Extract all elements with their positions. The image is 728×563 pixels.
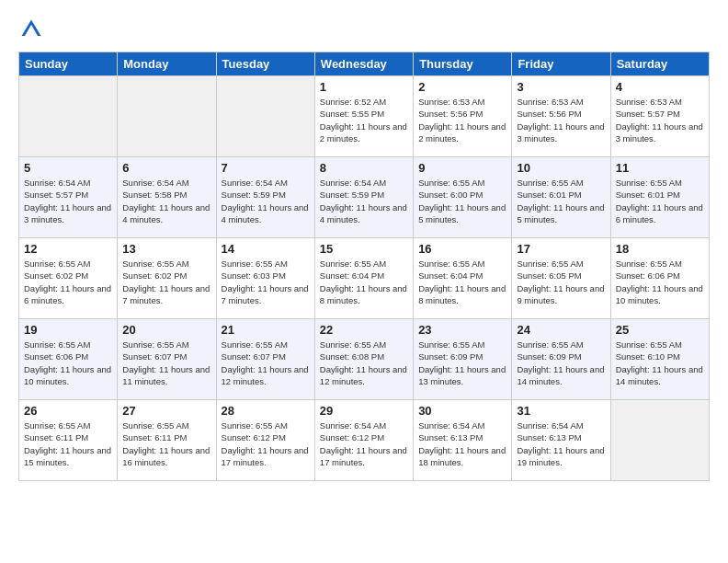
logo bbox=[18, 17, 48, 42]
day-info: Sunrise: 6:54 AM Sunset: 5:57 PM Dayligh… bbox=[24, 177, 112, 225]
calendar-cell: 9Sunrise: 6:55 AM Sunset: 6:00 PM Daylig… bbox=[414, 157, 512, 238]
day-info: Sunrise: 6:55 AM Sunset: 6:11 PM Dayligh… bbox=[122, 419, 210, 468]
day-number: 14 bbox=[222, 242, 310, 256]
day-info: Sunrise: 6:54 AM Sunset: 6:13 PM Dayligh… bbox=[418, 419, 506, 468]
calendar-cell: 15Sunrise: 6:55 AM Sunset: 6:04 PM Dayli… bbox=[314, 238, 413, 319]
calendar-cell: 12Sunrise: 6:55 AM Sunset: 6:02 PM Dayli… bbox=[19, 238, 118, 319]
calendar-cell: 30Sunrise: 6:54 AM Sunset: 6:13 PM Dayli… bbox=[414, 400, 512, 481]
day-info: Sunrise: 6:55 AM Sunset: 6:09 PM Dayligh… bbox=[517, 339, 605, 387]
day-number: 3 bbox=[517, 80, 605, 94]
day-info: Sunrise: 6:55 AM Sunset: 6:08 PM Dayligh… bbox=[320, 339, 408, 387]
day-number: 2 bbox=[418, 80, 506, 94]
day-info: Sunrise: 6:55 AM Sunset: 6:01 PM Dayligh… bbox=[517, 177, 605, 225]
calendar-cell: 19Sunrise: 6:55 AM Sunset: 6:06 PM Dayli… bbox=[19, 319, 118, 400]
calendar-cell: 24Sunrise: 6:55 AM Sunset: 6:09 PM Dayli… bbox=[512, 319, 610, 400]
day-info: Sunrise: 6:55 AM Sunset: 6:02 PM Dayligh… bbox=[24, 258, 112, 306]
day-number: 15 bbox=[320, 242, 408, 256]
day-number: 8 bbox=[320, 161, 408, 175]
day-number: 17 bbox=[517, 242, 605, 256]
week-row-1: 5Sunrise: 6:54 AM Sunset: 5:57 PM Daylig… bbox=[19, 157, 710, 238]
calendar-cell: 25Sunrise: 6:55 AM Sunset: 6:10 PM Dayli… bbox=[610, 319, 709, 400]
day-number: 28 bbox=[222, 404, 310, 418]
calendar-cell: 13Sunrise: 6:55 AM Sunset: 6:02 PM Dayli… bbox=[118, 238, 216, 319]
calendar-cell: 6Sunrise: 6:54 AM Sunset: 5:58 PM Daylig… bbox=[118, 157, 216, 238]
calendar-cell: 8Sunrise: 6:54 AM Sunset: 5:59 PM Daylig… bbox=[314, 157, 413, 238]
weekday-header-friday: Friday bbox=[512, 52, 610, 76]
calendar-cell: 27Sunrise: 6:55 AM Sunset: 6:11 PM Dayli… bbox=[118, 400, 216, 481]
day-number: 6 bbox=[122, 161, 210, 175]
calendar-cell: 14Sunrise: 6:55 AM Sunset: 6:03 PM Dayli… bbox=[216, 238, 314, 319]
calendar-cell: 11Sunrise: 6:55 AM Sunset: 6:01 PM Dayli… bbox=[610, 157, 709, 238]
calendar-cell: 29Sunrise: 6:54 AM Sunset: 6:12 PM Dayli… bbox=[314, 400, 413, 481]
calendar-cell: 3Sunrise: 6:53 AM Sunset: 5:56 PM Daylig… bbox=[512, 76, 610, 157]
calendar-cell: 31Sunrise: 6:54 AM Sunset: 6:13 PM Dayli… bbox=[512, 400, 610, 481]
calendar-cell: 18Sunrise: 6:55 AM Sunset: 6:06 PM Dayli… bbox=[610, 238, 709, 319]
day-info: Sunrise: 6:55 AM Sunset: 6:10 PM Dayligh… bbox=[616, 339, 704, 387]
day-info: Sunrise: 6:55 AM Sunset: 6:06 PM Dayligh… bbox=[616, 258, 704, 306]
day-number: 12 bbox=[24, 242, 112, 256]
day-info: Sunrise: 6:54 AM Sunset: 6:13 PM Dayligh… bbox=[517, 419, 605, 468]
calendar-cell: 26Sunrise: 6:55 AM Sunset: 6:11 PM Dayli… bbox=[19, 400, 118, 481]
weekday-header-sunday: Sunday bbox=[19, 52, 118, 76]
weekday-header-tuesday: Tuesday bbox=[216, 52, 314, 76]
day-info: Sunrise: 6:54 AM Sunset: 5:59 PM Dayligh… bbox=[320, 177, 408, 225]
calendar-cell bbox=[118, 76, 216, 157]
day-info: Sunrise: 6:55 AM Sunset: 6:04 PM Dayligh… bbox=[418, 258, 506, 306]
day-info: Sunrise: 6:55 AM Sunset: 6:05 PM Dayligh… bbox=[517, 258, 605, 306]
day-number: 31 bbox=[517, 404, 605, 418]
weekday-header-row: SundayMondayTuesdayWednesdayThursdayFrid… bbox=[19, 52, 710, 76]
day-info: Sunrise: 6:55 AM Sunset: 6:07 PM Dayligh… bbox=[222, 339, 310, 387]
day-info: Sunrise: 6:52 AM Sunset: 5:55 PM Dayligh… bbox=[320, 96, 408, 144]
week-row-4: 26Sunrise: 6:55 AM Sunset: 6:11 PM Dayli… bbox=[19, 400, 710, 481]
calendar-cell: 23Sunrise: 6:55 AM Sunset: 6:09 PM Dayli… bbox=[414, 319, 512, 400]
day-number: 20 bbox=[122, 323, 210, 337]
day-info: Sunrise: 6:55 AM Sunset: 6:00 PM Dayligh… bbox=[418, 177, 506, 225]
day-info: Sunrise: 6:54 AM Sunset: 5:59 PM Dayligh… bbox=[222, 177, 310, 225]
day-number: 16 bbox=[418, 242, 506, 256]
day-number: 26 bbox=[24, 404, 112, 418]
day-info: Sunrise: 6:55 AM Sunset: 6:01 PM Dayligh… bbox=[616, 177, 704, 225]
day-info: Sunrise: 6:55 AM Sunset: 6:11 PM Dayligh… bbox=[24, 419, 112, 468]
day-info: Sunrise: 6:55 AM Sunset: 6:02 PM Dayligh… bbox=[122, 258, 210, 306]
day-number: 21 bbox=[222, 323, 310, 337]
logo-icon bbox=[18, 17, 44, 42]
calendar-cell bbox=[610, 400, 709, 481]
day-number: 18 bbox=[616, 242, 704, 256]
week-row-3: 19Sunrise: 6:55 AM Sunset: 6:06 PM Dayli… bbox=[19, 319, 710, 400]
calendar-cell: 20Sunrise: 6:55 AM Sunset: 6:07 PM Dayli… bbox=[118, 319, 216, 400]
day-number: 27 bbox=[122, 404, 210, 418]
day-number: 30 bbox=[418, 404, 506, 418]
day-info: Sunrise: 6:54 AM Sunset: 6:12 PM Dayligh… bbox=[320, 419, 408, 468]
calendar-cell: 16Sunrise: 6:55 AM Sunset: 6:04 PM Dayli… bbox=[414, 238, 512, 319]
day-info: Sunrise: 6:55 AM Sunset: 6:09 PM Dayligh… bbox=[418, 339, 506, 387]
day-number: 19 bbox=[24, 323, 112, 337]
day-number: 25 bbox=[616, 323, 704, 337]
day-info: Sunrise: 6:55 AM Sunset: 6:04 PM Dayligh… bbox=[320, 258, 408, 306]
page: SundayMondayTuesdayWednesdayThursdayFrid… bbox=[0, 0, 728, 563]
weekday-header-wednesday: Wednesday bbox=[314, 52, 413, 76]
calendar-cell bbox=[216, 76, 314, 157]
calendar-cell: 17Sunrise: 6:55 AM Sunset: 6:05 PM Dayli… bbox=[512, 238, 610, 319]
calendar-cell: 5Sunrise: 6:54 AM Sunset: 5:57 PM Daylig… bbox=[19, 157, 118, 238]
day-number: 7 bbox=[222, 161, 310, 175]
day-number: 9 bbox=[418, 161, 506, 175]
day-info: Sunrise: 6:54 AM Sunset: 5:58 PM Dayligh… bbox=[122, 177, 210, 225]
calendar-cell: 21Sunrise: 6:55 AM Sunset: 6:07 PM Dayli… bbox=[216, 319, 314, 400]
calendar: SundayMondayTuesdayWednesdayThursdayFrid… bbox=[18, 52, 710, 481]
day-info: Sunrise: 6:55 AM Sunset: 6:03 PM Dayligh… bbox=[222, 258, 310, 306]
day-number: 22 bbox=[320, 323, 408, 337]
week-row-0: 1Sunrise: 6:52 AM Sunset: 5:55 PM Daylig… bbox=[19, 76, 710, 157]
header bbox=[18, 17, 710, 42]
day-info: Sunrise: 6:53 AM Sunset: 5:56 PM Dayligh… bbox=[517, 96, 605, 144]
calendar-cell: 4Sunrise: 6:53 AM Sunset: 5:57 PM Daylig… bbox=[610, 76, 709, 157]
day-number: 5 bbox=[24, 161, 112, 175]
day-info: Sunrise: 6:53 AM Sunset: 5:56 PM Dayligh… bbox=[418, 96, 506, 144]
day-number: 24 bbox=[517, 323, 605, 337]
calendar-cell: 22Sunrise: 6:55 AM Sunset: 6:08 PM Dayli… bbox=[314, 319, 413, 400]
calendar-cell: 7Sunrise: 6:54 AM Sunset: 5:59 PM Daylig… bbox=[216, 157, 314, 238]
calendar-cell: 1Sunrise: 6:52 AM Sunset: 5:55 PM Daylig… bbox=[314, 76, 413, 157]
day-info: Sunrise: 6:55 AM Sunset: 6:06 PM Dayligh… bbox=[24, 339, 112, 387]
day-number: 4 bbox=[616, 80, 704, 94]
week-row-2: 12Sunrise: 6:55 AM Sunset: 6:02 PM Dayli… bbox=[19, 238, 710, 319]
calendar-cell: 10Sunrise: 6:55 AM Sunset: 6:01 PM Dayli… bbox=[512, 157, 610, 238]
